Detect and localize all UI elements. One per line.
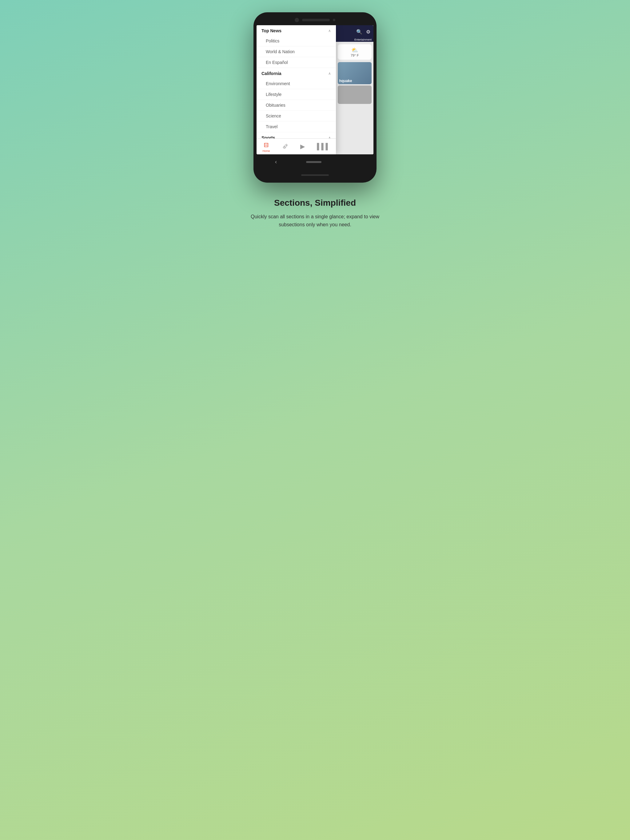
description-body: Quickly scan all sections in a single gl… bbox=[244, 213, 386, 229]
stats-icon: ▌▌▌ bbox=[317, 143, 330, 150]
description-section: Sections, Simplified Quickly scan all se… bbox=[238, 198, 392, 229]
nav-play[interactable]: ▶ bbox=[300, 143, 305, 151]
navigation-drawer: Top News ∧ Politics World & Nation En Es… bbox=[256, 25, 336, 154]
weather-temp: 79° F bbox=[340, 54, 369, 57]
chevron-up-icon-top-news: ∧ bbox=[328, 28, 331, 33]
weather-widget: ⛅ 79° F bbox=[338, 44, 372, 60]
back-button[interactable]: ‹ bbox=[275, 159, 277, 165]
menu-item-travel[interactable]: Travel bbox=[256, 122, 336, 132]
entertainment-tab-label: Entertainment bbox=[355, 38, 372, 41]
settings-icon[interactable]: ⚙ bbox=[366, 29, 370, 35]
home-icon: ⊟ bbox=[264, 141, 269, 148]
phone-sensor bbox=[333, 19, 335, 21]
phone-screen: 3:53 📳 ▾ ▮ 🔍 ⚙ Entertainment ⛅ 79° F bbox=[256, 25, 374, 154]
menu-item-science[interactable]: Science bbox=[256, 111, 336, 122]
description-title: Sections, Simplified bbox=[244, 198, 386, 208]
menu-item-politics[interactable]: Politics bbox=[256, 36, 336, 46]
home-pill[interactable] bbox=[306, 161, 321, 163]
search-icon[interactable]: 🔍 bbox=[356, 29, 362, 35]
phone-device: 3:53 📳 ▾ ▮ 🔍 ⚙ Entertainment ⛅ 79° F bbox=[253, 12, 377, 183]
menu-item-world-nation[interactable]: World & Nation bbox=[256, 46, 336, 57]
menu-item-en-espanol[interactable]: En Español bbox=[256, 57, 336, 68]
nav-home-label: Home bbox=[263, 149, 270, 153]
android-nav-bar: ‹ ☰ bbox=[256, 154, 374, 169]
news-card-1: hquake bbox=[339, 79, 370, 83]
phone-bottom-notch bbox=[301, 174, 329, 176]
right-panel: 🔍 ⚙ Entertainment ⛅ 79° F hquake bbox=[336, 25, 374, 154]
news-icon: 🗞 bbox=[282, 143, 288, 150]
phone-speaker bbox=[302, 19, 330, 21]
front-camera bbox=[295, 18, 299, 22]
section-title-california: California bbox=[261, 71, 282, 76]
bottom-nav: ⊟ Home 🗞 ▶ ▌▌▌ bbox=[256, 138, 336, 154]
menu-item-lifestyle[interactable]: Lifestyle bbox=[256, 89, 336, 100]
nav-news[interactable]: 🗞 bbox=[282, 143, 288, 151]
section-california[interactable]: California ∧ bbox=[256, 68, 336, 78]
play-icon: ▶ bbox=[300, 143, 305, 150]
phone-bottom-bar bbox=[253, 169, 377, 183]
weather-icon: ⛅ bbox=[340, 47, 369, 54]
menu-item-environment[interactable]: Environment bbox=[256, 78, 336, 89]
menu-item-obituaries[interactable]: Obituaries bbox=[256, 100, 336, 111]
section-title-top-news: Top News bbox=[261, 28, 282, 33]
nav-stats[interactable]: ▌▌▌ bbox=[317, 143, 330, 151]
chevron-up-icon-california: ∧ bbox=[328, 71, 331, 76]
news-card-2 bbox=[338, 85, 372, 104]
phone-top-bar bbox=[253, 12, 377, 25]
nav-home[interactable]: ⊟ Home bbox=[263, 141, 270, 153]
section-top-news[interactable]: Top News ∧ bbox=[256, 25, 336, 36]
